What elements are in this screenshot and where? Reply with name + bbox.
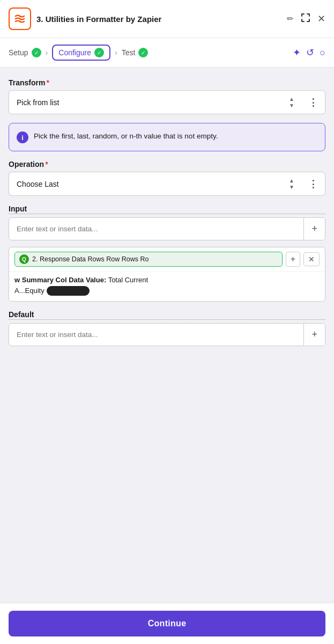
page-title: 3. Utilities in Formatter by Zapier xyxy=(36,14,281,24)
operation-value: Choose Last xyxy=(17,180,59,188)
tag-add-button[interactable]: + xyxy=(286,252,300,267)
step-test-check: ✓ xyxy=(138,48,148,57)
default-group: Default + xyxy=(9,310,325,346)
step-test-label: Test xyxy=(122,48,136,57)
header: 3. Utilities in Formatter by Zapier ✏ ✕ xyxy=(0,0,334,38)
input-label: Input xyxy=(9,204,325,214)
nav-tools: ✦ ↺ ○ xyxy=(293,47,325,58)
edit-icon[interactable]: ✏ xyxy=(287,14,294,24)
operation-select-row: Choose Last ▲ ▼ ⋮ xyxy=(9,172,325,196)
qb-icon: Q xyxy=(19,254,29,264)
operation-arrows: ▲ ▼ xyxy=(289,178,294,190)
main-content: Transform* Pick from list ▲ ▼ ⋮ i Pick t… xyxy=(0,68,334,603)
step-setup[interactable]: Setup ✓ xyxy=(9,48,41,57)
close-icon[interactable]: ✕ xyxy=(317,13,325,25)
chevron-right-1: › xyxy=(46,48,48,57)
default-row: + xyxy=(9,323,325,346)
operation-group: Operation* Choose Last ▲ ▼ ⋮ xyxy=(9,160,325,196)
data-tag: Q 2. Response Data Rows Row Rows Ro xyxy=(14,252,283,267)
default-add-button[interactable]: + xyxy=(303,324,325,346)
zapier-logo xyxy=(9,8,31,30)
footer: Continue xyxy=(0,603,334,644)
transform-select[interactable]: Pick from list ▲ ▼ xyxy=(9,90,302,114)
circle-icon[interactable]: ○ xyxy=(320,47,325,58)
transform-more-button[interactable]: ⋮ xyxy=(302,90,325,114)
tag-remove-button[interactable]: ✕ xyxy=(303,252,320,266)
nav-steps: Setup ✓ › Configure ✓ › Test ✓ ✦ ↺ ○ xyxy=(0,38,334,68)
redacted-bar xyxy=(47,286,90,296)
header-actions: ✏ ✕ xyxy=(287,12,325,26)
operation-label: Operation* xyxy=(9,160,325,169)
info-icon: i xyxy=(17,131,28,143)
default-label: Default xyxy=(9,310,325,320)
data-tag-wrapper: Q 2. Response Data Rows Row Rows Ro + ✕ … xyxy=(9,247,325,302)
info-text: Pick the first, last, random, or n-th va… xyxy=(34,131,218,142)
transform-arrows: ▲ ▼ xyxy=(289,96,294,108)
expand-icon[interactable] xyxy=(300,12,311,26)
default-field[interactable] xyxy=(9,325,303,345)
input-row: + xyxy=(9,217,325,240)
input-add-button[interactable]: + xyxy=(303,218,325,240)
data-tag-row: Q 2. Response Data Rows Row Rows Ro + ✕ xyxy=(9,247,325,272)
undo-icon[interactable]: ↺ xyxy=(306,47,314,58)
step-setup-label: Setup xyxy=(9,48,28,57)
operation-select[interactable]: Choose Last ▲ ▼ xyxy=(9,172,302,196)
step-setup-check: ✓ xyxy=(32,48,41,57)
chevron-right-2: › xyxy=(115,48,117,57)
input-field[interactable] xyxy=(9,219,303,239)
data-tag-text: 2. Response Data Rows Row Rows Ro xyxy=(32,255,149,263)
detail-value: Total Current xyxy=(108,276,148,284)
step-configure[interactable]: Configure ✓ xyxy=(52,45,110,61)
transform-group: Transform* Pick from list ▲ ▼ ⋮ xyxy=(9,78,325,114)
data-tag-detail: w Summary Col Data Value: Total Current … xyxy=(9,272,325,301)
step-configure-label: Configure xyxy=(58,48,91,57)
step-configure-check: ✓ xyxy=(94,48,104,57)
continue-button[interactable]: Continue xyxy=(9,611,325,636)
transform-label: Transform* xyxy=(9,78,325,87)
info-box: i Pick the first, last, random, or n-th … xyxy=(9,123,325,151)
operation-more-button[interactable]: ⋮ xyxy=(302,172,325,196)
step-test[interactable]: Test ✓ xyxy=(122,48,149,57)
detail-sub: A...Equity xyxy=(14,287,44,295)
detail-label: w Summary Col Data Value: xyxy=(14,276,106,284)
transform-select-row: Pick from list ▲ ▼ ⋮ xyxy=(9,90,325,114)
sparkle-icon[interactable]: ✦ xyxy=(293,47,301,58)
input-group: Input + Q 2. Response Data Rows Row Rows… xyxy=(9,204,325,302)
transform-value: Pick from list xyxy=(17,98,59,107)
